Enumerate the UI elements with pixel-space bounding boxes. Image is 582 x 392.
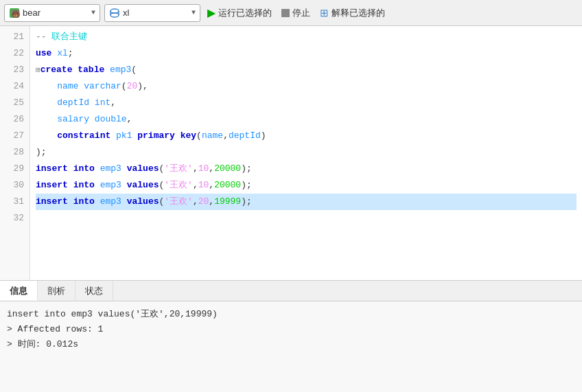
code-line-27: constraint pk1 primary key(name,deptId) bbox=[36, 128, 577, 144]
code-line-21: -- 联合主键 bbox=[36, 29, 577, 45]
code-line-30: insert into emp3 values('王欢',10,20000); bbox=[36, 177, 577, 194]
line-num-29: 29 bbox=[0, 161, 30, 177]
stop-icon bbox=[281, 9, 290, 17]
run-button-label: 运行已选择的 bbox=[218, 7, 272, 19]
code-line-23: ⊞create table emp3( bbox=[36, 62, 577, 78]
line-num-28: 28 bbox=[0, 144, 30, 161]
tab-info[interactable]: 信息 bbox=[0, 281, 38, 301]
result-line-1: insert into emp3 values('王欢',20,19999) bbox=[7, 307, 575, 322]
line-num-27: 27 bbox=[0, 128, 30, 144]
xl-schema-icon bbox=[109, 8, 120, 19]
result-line-2: > Affected rows: 1 bbox=[7, 322, 575, 337]
code-line-22: use xl; bbox=[36, 45, 577, 62]
db-selector-arrow: ▼ bbox=[91, 9, 95, 16]
line-num-31: 31 bbox=[0, 194, 30, 210]
line-num-25: 25 bbox=[0, 95, 30, 111]
tab-status[interactable]: 状态 bbox=[75, 281, 113, 301]
db-selector[interactable]: 🐻 bear ▼ bbox=[4, 4, 100, 22]
line-num-21: 21 bbox=[0, 29, 30, 45]
stop-button[interactable]: 停止 bbox=[279, 5, 313, 21]
code-line-26: salary double, bbox=[36, 111, 577, 128]
line-num-32: 32 bbox=[0, 210, 30, 227]
bottom-content: insert into emp3 values('王欢',20,19999) >… bbox=[0, 301, 582, 392]
svg-point-5 bbox=[110, 13, 119, 17]
schema-selector-label: xl bbox=[123, 8, 189, 18]
schema-selector[interactable]: xl ▼ bbox=[104, 4, 200, 22]
schema-selector-arrow: ▼ bbox=[191, 9, 196, 16]
bear-db-icon: 🐻 bbox=[9, 8, 20, 19]
db-selector-label: bear bbox=[23, 8, 89, 18]
result-line-3: > 时间: 0.012s bbox=[7, 337, 575, 352]
line-num-24: 24 bbox=[0, 78, 30, 95]
line-num-23: 23 bbox=[0, 62, 30, 78]
line-numbers: 21 22 23 24 25 26 27 28 29 30 31 32 bbox=[0, 26, 30, 280]
play-icon: ▶ bbox=[207, 6, 216, 19]
line-num-26: 26 bbox=[0, 111, 30, 128]
code-line-31: insert into emp3 values('王欢',20,19999); bbox=[36, 194, 577, 210]
stop-button-label: 停止 bbox=[292, 7, 310, 19]
line-num-22: 22 bbox=[0, 45, 30, 62]
bottom-panel: 信息 剖析 状态 insert into emp3 values('王欢',20… bbox=[0, 280, 582, 392]
explain-icon: ⊞ bbox=[320, 7, 329, 19]
code-line-29: insert into emp3 values('王欢',10,20000); bbox=[36, 161, 577, 177]
code-line-28: ); bbox=[36, 144, 577, 161]
toolbar: 🐻 bear ▼ xl ▼ ▶ 运行已选择的 停止 ⊞ 解释已选择的 bbox=[0, 0, 582, 26]
bottom-tabs: 信息 剖析 状态 bbox=[0, 281, 582, 301]
explain-button-label: 解释已选择的 bbox=[331, 7, 385, 19]
run-button[interactable]: ▶ 运行已选择的 bbox=[205, 5, 275, 21]
code-content[interactable]: -- 联合主键 use xl; ⊞create table emp3( name… bbox=[30, 26, 582, 280]
tab-profile[interactable]: 剖析 bbox=[38, 281, 75, 301]
code-line-25: deptId int, bbox=[36, 95, 577, 111]
line-num-30: 30 bbox=[0, 177, 30, 194]
code-line-32 bbox=[36, 210, 577, 227]
svg-text:🐻: 🐻 bbox=[11, 9, 20, 19]
code-line-24: name varchar(20), bbox=[36, 78, 577, 95]
svg-point-2 bbox=[110, 9, 119, 13]
explain-button[interactable]: ⊞ 解释已选择的 bbox=[317, 5, 388, 21]
code-editor: 21 22 23 24 25 26 27 28 29 30 31 32 -- 联… bbox=[0, 26, 582, 280]
